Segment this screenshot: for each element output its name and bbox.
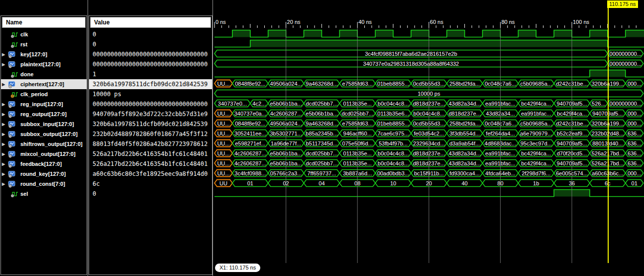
signal-row[interactable]: ▶subbox_output[127:0] [1, 129, 87, 139]
bus-signal-icon [8, 51, 19, 58]
signal-row[interactable]: done [1, 69, 87, 79]
time-axis-label: 60 ns [430, 19, 443, 25]
wave-row[interactable] [215, 40, 644, 47]
signal-value[interactable]: 00000000000000000000000000000000 [89, 49, 212, 59]
signal-value[interactable]: 526a217bd22b6c416354b1fc61c48401 [89, 159, 212, 169]
signal-value-list: 0000000000000000000000000000000000000000… [89, 29, 212, 199]
svg-text:95c3ec97d...: 95c3ec97d... [521, 140, 552, 146]
svg-text:01: 01 [632, 180, 638, 186]
signal-row[interactable]: ▶shiftrows_output[127:0] [1, 139, 87, 149]
waveform-viewer-window: Name clkrst▶key[127:0]▶plaintext[127:0]d… [0, 0, 644, 276]
time-axis-label: 40 ns [358, 19, 372, 25]
svg-text:3c4fcf0988...: 3c4fcf0988... [234, 170, 266, 176]
signal-value[interactable]: 232b02d4889782860f018677a45f3f12 [89, 129, 212, 139]
signal-value[interactable]: 88013fd40f5f0286a42b827723978612 [89, 139, 212, 149]
signal-name: mixcol_output[127:0] [20, 151, 76, 157]
wave-row[interactable] [215, 190, 644, 197]
signal-name: reg_output[127:0] [20, 111, 67, 117]
svg-text:43d82a34d...: 43d82a34d... [448, 150, 480, 156]
waveform-canvas[interactable]: 3c4fcf098815f7aba6d2ae2816157e2b00000000… [213, 0, 644, 276]
expander-icon[interactable]: ▶ [1, 142, 8, 146]
signal-value[interactable]: 00000000000000000000000000000000 [89, 59, 212, 69]
expander-icon[interactable]: ▶ [1, 172, 8, 176]
cursor-time-label[interactable]: 110.175 ns [607, 0, 638, 8]
signal-value[interactable]: 6c [89, 179, 212, 189]
expander-icon[interactable]: ▶ [1, 132, 8, 137]
svg-text:c: c [11, 94, 13, 98]
svg-text:320b6a199...: 320b6a199... [592, 121, 624, 127]
svg-text:000000000...: 000000000... [610, 61, 642, 67]
signal-value[interactable]: 00000000000000000000000000000000 [89, 99, 212, 109]
expander-icon[interactable]: ▶ [1, 112, 8, 117]
signal-row[interactable]: ▶subbox_input[127:0] [1, 119, 87, 129]
svg-text:fd9300ca4...: fd9300ca4... [449, 170, 480, 176]
signal-name: round_const[7:0] [20, 181, 65, 187]
svg-text:c5b09685a...: c5b09685a... [520, 81, 552, 87]
svg-text:b5117345d...: b5117345d... [306, 140, 337, 146]
svg-text:320b6a199...: 320b6a199... [592, 81, 624, 87]
wave-row[interactable] [215, 70, 644, 77]
signal-row[interactable]: rst [1, 39, 87, 49]
signal-value[interactable]: 0 [89, 39, 212, 49]
signal-row[interactable]: cclk_period [1, 89, 87, 99]
svg-text:3f3db554d...: 3f3db554d... [449, 131, 480, 137]
expander-icon[interactable]: ▶ [1, 122, 8, 127]
svg-text:UU...: UU... [217, 140, 229, 146]
signal-value[interactable]: 526a217bd22b6c416354b1fc61c48401 [89, 149, 212, 159]
panel-divider[interactable] [88, 0, 88, 276]
signal-row[interactable]: clk [1, 29, 87, 39]
value-column-header: Value [90, 17, 211, 28]
svg-text:000000000...: 000000000... [610, 101, 642, 107]
bus-signal-icon [8, 61, 19, 68]
expander-icon[interactable]: ▶ [1, 152, 8, 156]
signal-row[interactable]: ▶mixcol_output[127:0] [1, 149, 87, 159]
signal-row[interactable]: ▶reg_output[127:0] [1, 109, 87, 119]
signal-value[interactable]: a60c63b6c80c3fe18925eec9a8f914d0 [89, 169, 212, 179]
svg-text:0848f8e92...: 0848f8e92... [235, 81, 265, 87]
signal-value[interactable]: 320b6a19978511dcfb09dc021d842539 [89, 119, 212, 129]
signal-name: clk_period [20, 91, 48, 97]
expander-icon[interactable]: ▶ [1, 62, 8, 67]
expander-icon[interactable]: ▶ [1, 102, 8, 107]
svg-text:258bd2fda...: 258bd2fda... [449, 121, 480, 127]
signal-value[interactable]: 0 [89, 29, 212, 39]
svg-text:000...: 000... [628, 170, 642, 176]
signal-value[interactable]: 10000 ps [89, 89, 212, 99]
wave-row[interactable] [215, 30, 644, 37]
signal-row[interactable]: ▶reg_input[127:0] [1, 99, 87, 109]
signal-row[interactable]: ▶round_key[127:0] [1, 169, 87, 179]
svg-text:dcd025bb7...: dcd025bb7... [306, 101, 338, 107]
svg-text:43d82a34d...: 43d82a34d... [448, 101, 480, 107]
svg-text:UU...: UU... [217, 121, 229, 127]
signal-value[interactable]: 320b6a19978511dcfb09dc021d842539 [89, 79, 212, 89]
svg-text:000...: 000... [628, 81, 642, 87]
svg-text:UU...: UU... [217, 160, 229, 166]
expander-icon[interactable]: ▶ [1, 162, 8, 166]
signal-row[interactable]: sel [1, 189, 87, 199]
svg-text:bc429f4ca...: bc429f4ca... [521, 101, 551, 107]
signal-row[interactable]: ▶round_const[7:0] [1, 179, 87, 189]
svg-text:UU...: UU... [217, 111, 229, 117]
signal-row[interactable]: ▶feedback[127:0] [1, 159, 87, 169]
svg-text:340737e0a29831318d305a88a8f643: 340737e0a29831318d305a88a8f64332 [363, 61, 459, 67]
signal-name: ciphertext[127:0] [20, 81, 64, 87]
signal-name-list: clkrst▶key[127:0]▶plaintext[127:0]done▶c… [1, 29, 87, 199]
svg-text:7ff659737...: 7ff659737... [307, 170, 336, 176]
signal-value[interactable]: 1 [89, 69, 212, 79]
expander-icon[interactable]: ▶ [1, 182, 8, 186]
svg-text:53fb4f97b...: 53fb4f97b... [379, 140, 408, 146]
signal-row[interactable]: ▶plaintext[127:0] [1, 59, 87, 69]
bus-signal-icon [8, 121, 19, 128]
signal-value[interactable]: 940709af5f892e3d722c32cbb57d31e9 [89, 109, 212, 119]
signal-name: reg_input[127:0] [20, 101, 63, 107]
signal-row[interactable]: ▶ciphertext[127:0] [1, 79, 87, 89]
signal-name: clk [20, 31, 28, 37]
svg-text:000...: 000... [628, 111, 642, 117]
expander-icon[interactable]: ▶ [1, 52, 8, 57]
signal-row[interactable]: ▶key[127:0] [1, 49, 87, 59]
time-axis-label: 100 ns [573, 19, 590, 25]
signal-value[interactable]: 0 [89, 189, 212, 199]
svg-text:3c4fcf098815f7aba6d2ae2816157e: 3c4fcf098815f7aba6d2ae2816157e2b [365, 51, 457, 57]
waveform-area[interactable]: 3c4fcf098815f7aba6d2ae2816157e2b00000000… [213, 0, 644, 276]
expander-icon[interactable]: ▶ [1, 82, 8, 87]
